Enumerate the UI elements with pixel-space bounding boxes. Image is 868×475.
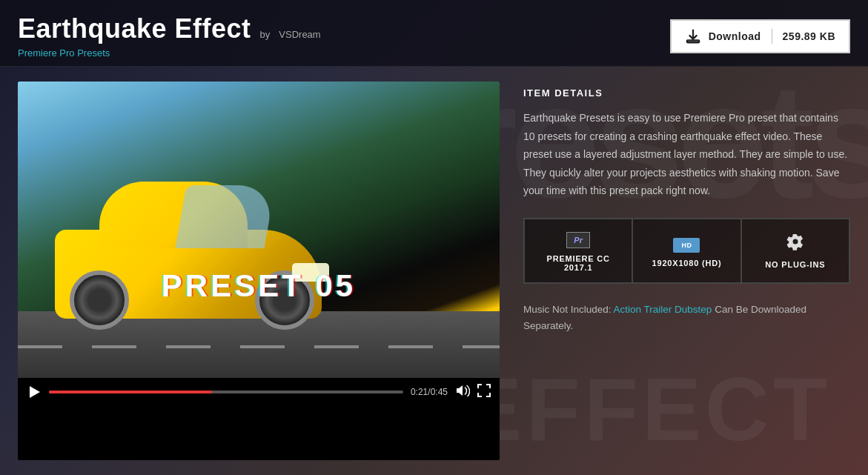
main-content: PRESET 05 0:21/0:45 bbox=[0, 67, 868, 475]
header-left: Earthquake Effect by VSDream Premiere Pr… bbox=[18, 13, 321, 59]
time-display: 0:21/0:45 bbox=[411, 387, 448, 397]
premiere-icon: Pr bbox=[566, 230, 590, 248]
time-total: 0:45 bbox=[431, 387, 448, 397]
item-details-label: ITEM DETAILS bbox=[523, 87, 850, 99]
download-divider bbox=[772, 29, 772, 44]
badge-premiere-label: PREMIERE CC 2017.1 bbox=[534, 254, 623, 272]
svg-marker-1 bbox=[30, 386, 40, 398]
download-size: 259.89 KB bbox=[783, 30, 835, 42]
pr-badge: Pr bbox=[566, 232, 590, 248]
download-label: Download bbox=[709, 30, 761, 42]
hd-badge: HD bbox=[673, 238, 700, 253]
breadcrumb-link[interactable]: Premiere Pro Presets bbox=[18, 47, 321, 59]
road-line bbox=[18, 345, 500, 348]
video-controls: 0:21/0:45 bbox=[18, 378, 500, 405]
progress-fill bbox=[49, 391, 212, 393]
video-preview: PRESET 05 bbox=[18, 82, 500, 378]
badge-resolution-label: 1920X1080 (HD) bbox=[652, 259, 722, 268]
author-name: VSDream bbox=[279, 29, 320, 40]
music-text: Music Not Included: Action Trailer Dubst… bbox=[523, 302, 850, 335]
music-prefix: Music Not Included: bbox=[523, 304, 614, 315]
page-header: Earthquake Effect by VSDream Premiere Pr… bbox=[0, 0, 868, 67]
svg-rect-0 bbox=[686, 40, 699, 42]
car-windshield bbox=[176, 185, 276, 248]
badge-premiere: Pr PREMIERE CC 2017.1 bbox=[524, 219, 632, 283]
fullscreen-button[interactable] bbox=[477, 384, 491, 399]
progress-bar[interactable] bbox=[49, 391, 403, 393]
resolution-icon: HD bbox=[673, 234, 700, 253]
badge-resolution: HD 1920X1080 (HD) bbox=[632, 219, 741, 283]
video-container: PRESET 05 0:21/0:45 bbox=[18, 82, 500, 460]
time-current: 0:21 bbox=[411, 387, 428, 397]
download-icon bbox=[685, 28, 701, 44]
gear-icon bbox=[786, 233, 804, 254]
right-panel: ITEM DETAILS Earthquake Presets is easy … bbox=[523, 82, 850, 460]
download-button[interactable]: Download 259.89 KB bbox=[670, 19, 850, 53]
preset-overlay-text: PRESET 05 bbox=[162, 268, 356, 304]
badges-row: Pr PREMIERE CC 2017.1 HD 1920X1080 (HD) … bbox=[523, 218, 850, 284]
badge-plugins-label: NO PLUG-INS bbox=[765, 260, 825, 269]
page-title: Earthquake Effect bbox=[18, 13, 251, 44]
by-label: by bbox=[260, 29, 271, 40]
description-text: Earthquake Presets is easy to use Premie… bbox=[523, 109, 850, 200]
title-row: Earthquake Effect by VSDream bbox=[18, 13, 321, 44]
music-link[interactable]: Action Trailer Dubstep bbox=[614, 304, 712, 315]
badge-plugins: NO PLUG-INS bbox=[741, 219, 849, 283]
play-button[interactable] bbox=[27, 385, 42, 399]
car-wheel-left bbox=[70, 270, 129, 330]
volume-button[interactable] bbox=[455, 385, 470, 399]
